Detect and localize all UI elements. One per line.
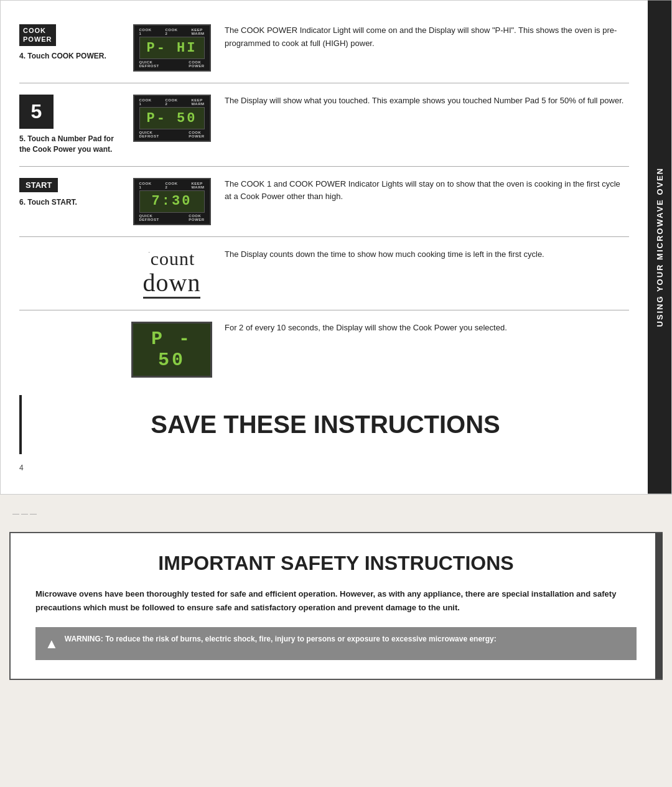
start-badge: START: [19, 178, 58, 192]
step6-description: The COOK 1 and COOK POWER Indicator Ligh…: [225, 178, 629, 204]
display-screen-5: P- 50: [139, 107, 205, 129]
gap-area: — — —: [0, 495, 672, 532]
count-display-wrapper: .count down: [143, 248, 201, 299]
cook2-label: COOK2: [166, 28, 178, 35]
step5-label: 5. Touch a Number Pad for the Cook Power…: [19, 134, 119, 155]
warning-box: ▲ WARNING: To reduce the risk of burns, …: [35, 627, 637, 660]
display-top-6: COOK1 COOK2 KEEPWARM: [139, 182, 205, 189]
instruction-row-step5: 5 5. Touch a Number Pad for the Cook Pow…: [19, 83, 629, 167]
cook1-label: COOK1: [139, 28, 152, 35]
display-top-5: COOK1 COOK2 KEEPWARM: [139, 98, 205, 106]
step6-display: COOK1 COOK2 KEEPWARM 7:30 QUICKDEFROST C…: [131, 178, 212, 225]
warning-triangle-icon: ▲: [45, 633, 58, 654]
save-instructions-title: SAVE THESE INSTRUCTIONS: [47, 411, 604, 439]
display-bottom-5: QUICKDEFROST COOKPOWER: [139, 131, 205, 138]
warning-label: WARNING:: [65, 635, 103, 643]
main-page: COOKPOWER 4. Touch COOK POWER. COOK1 COO…: [0, 0, 672, 495]
countdown-description-text: The Display counts down the time to show…: [225, 249, 544, 259]
countdown-display-box: .count down: [131, 248, 212, 299]
safety-page: IMPORTANT SAFETY INSTRUCTIONS Microwave …: [9, 532, 663, 680]
step5-description: The Display will show what you touched. …: [225, 95, 629, 108]
cook2-label-6: COOK2: [166, 182, 178, 189]
keep-warm-label-5: KEEPWARM: [192, 98, 205, 106]
instruction-row-countdown: .count down The Display counts down the …: [19, 237, 629, 310]
cook-power-label-6: COOKPOWER: [189, 214, 204, 221]
instruction-row-p50: P - 50 For 2 of every 10 seconds, the Di…: [19, 310, 629, 389]
display-screen-6: 7:30: [139, 190, 205, 213]
instruction-row-step6: START 6. Touch START. COOK1 COOK2 KEEPWA…: [19, 167, 629, 237]
content-area: COOKPOWER 4. Touch COOK POWER. COOK1 COO…: [1, 1, 648, 494]
quick-defrost-label-6: QUICKDEFROST: [139, 214, 159, 221]
step5-number: 5: [19, 95, 54, 129]
step4-description: The COOK POWER Indicator Light will come…: [225, 24, 629, 50]
display-top-4: COOK1 COOK2 KEEPWARM: [139, 28, 205, 35]
cook-power-label-5: COOKPOWER: [189, 131, 204, 138]
count-word-top: .count: [149, 248, 195, 269]
quick-defrost-label: QUICKDEFROST: [139, 60, 159, 68]
step4-left: COOKPOWER 4. Touch COOK POWER.: [19, 24, 119, 61]
safety-right-border: [655, 533, 663, 679]
cook2-label-5: COOK2: [166, 98, 178, 106]
side-tab: USING YOUR MICROWAVE OVEN: [648, 1, 671, 494]
cook-power-label: COOKPOWER: [189, 60, 204, 68]
step5-display: COOK1 COOK2 KEEPWARM P- 50 QUICKDEFROST …: [131, 95, 212, 142]
p50-display: P - 50: [131, 322, 212, 378]
count-word-bottom: down: [143, 269, 201, 299]
p50-display-box: P - 50: [131, 322, 212, 378]
p50-description: For 2 of every 10 seconds, the Display w…: [225, 322, 629, 335]
safety-title: IMPORTANT SAFETY INSTRUCTIONS: [35, 552, 637, 575]
step4-label: 4. Touch COOK POWER.: [19, 51, 106, 62]
display-bottom-4: QUICKDEFROST COOKPOWER: [139, 60, 205, 68]
microwave-display-6: COOK1 COOK2 KEEPWARM 7:30 QUICKDEFROST C…: [133, 178, 211, 225]
cook1-label-6: COOK1: [139, 182, 152, 189]
page-number: 4: [19, 460, 629, 475]
keep-warm-label: KEEPWARM: [192, 28, 205, 35]
step6-left: START 6. Touch START.: [19, 178, 119, 208]
cook1-label-5: COOK1: [139, 98, 152, 106]
warning-body: To reduce the risk of burns, electric sh…: [105, 635, 497, 643]
step6-label: 6. Touch START.: [19, 197, 77, 208]
warning-text: WARNING: To reduce the risk of burns, el…: [65, 633, 497, 645]
display-bottom-6: QUICKDEFROST COOKPOWER: [139, 214, 205, 221]
quick-defrost-label-5: QUICKDEFROST: [139, 131, 159, 138]
safety-intro: Microwave ovens have been thoroughly tes…: [35, 587, 637, 615]
microwave-display-4: COOK1 COOK2 KEEPWARM P- HI QUICKDEFROST …: [133, 24, 211, 72]
page-wrapper: COOKPOWER 4. Touch COOK POWER. COOK1 COO…: [0, 0, 672, 692]
display-screen-4: P- HI: [139, 37, 205, 59]
countdown-description: The Display counts down the time to show…: [225, 248, 629, 261]
instruction-row-step4: COOKPOWER 4. Touch COOK POWER. COOK1 COO…: [19, 13, 629, 83]
microwave-display-5: COOK1 COOK2 KEEPWARM P- 50 QUICKDEFROST …: [133, 95, 211, 142]
step4-display: COOK1 COOK2 KEEPWARM P- HI QUICKDEFROST …: [131, 24, 212, 72]
save-instructions: SAVE THESE INSTRUCTIONS: [19, 395, 629, 454]
step5-left: 5 5. Touch a Number Pad for the Cook Pow…: [19, 95, 119, 155]
cook-power-badge: COOKPOWER: [19, 24, 56, 46]
keep-warm-label-6: KEEPWARM: [192, 182, 205, 189]
